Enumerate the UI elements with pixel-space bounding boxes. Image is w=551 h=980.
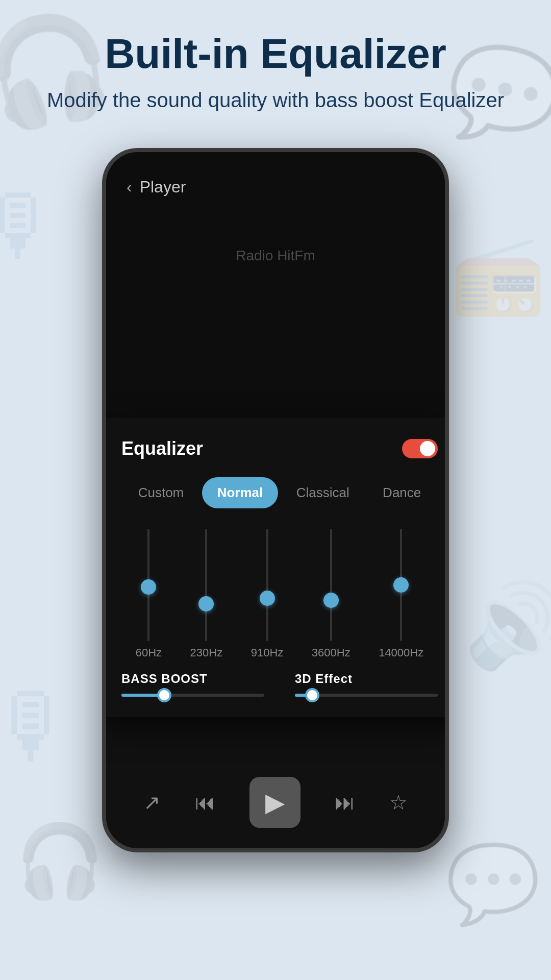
bass-boost-label: BASS BOOST — [121, 672, 264, 686]
radio-name: Radio HitFm — [106, 248, 445, 264]
effect-3d-label: 3D Effect — [295, 672, 438, 686]
bass-boost-track[interactable] — [121, 694, 264, 697]
eq-slider-14000hz[interactable]: 14000Hz — [379, 529, 423, 662]
effect-3d-track[interactable] — [295, 694, 438, 697]
player-header: ‹ Player — [106, 152, 445, 207]
slider-thumb-3600hz[interactable] — [323, 593, 339, 608]
favorite-button[interactable]: ☆ — [389, 791, 408, 814]
radio-info: Radio HitFm — [106, 248, 445, 264]
bass-boost-section: BASS BOOST — [121, 672, 264, 697]
equalizer-card: Equalizer Custom Normal Classical Dance — [102, 418, 449, 717]
preset-tabs: Custom Normal Classical Dance — [121, 477, 438, 508]
preset-tab-dance[interactable]: Dance — [367, 477, 436, 508]
play-icon: ▶ — [265, 788, 285, 817]
slider-label-3600hz: 3600Hz — [312, 646, 350, 659]
eq-slider-60hz[interactable]: 60Hz — [136, 529, 162, 662]
slider-label-14000hz: 14000Hz — [379, 646, 423, 659]
slider-thumb-230hz[interactable] — [198, 596, 214, 611]
eq-slider-910hz[interactable]: 910Hz — [251, 529, 284, 662]
subtitle: Modify the sound quality with bass boost… — [41, 87, 510, 113]
share-button[interactable]: ↗ — [143, 791, 161, 814]
slider-thumb-910hz[interactable] — [260, 591, 275, 606]
slider-track-230hz — [205, 529, 207, 641]
eq-slider-3600hz[interactable]: 3600Hz — [312, 529, 350, 662]
playback-controls: ↗ ⏮ ▶ ⏭ ☆ — [106, 767, 445, 848]
eq-sliders: 60Hz 230Hz 910Hz — [121, 529, 438, 662]
slider-thumb-14000hz[interactable] — [393, 577, 409, 593]
effects-row: BASS BOOST 3D Effect — [121, 672, 438, 697]
preset-tab-classical[interactable]: Classical — [281, 477, 365, 508]
phone-mockup: ‹ Player Radio HitFm Equalizer Custom No… — [102, 148, 449, 852]
slider-track-14000hz — [400, 529, 402, 641]
effect-3d-section: 3D Effect — [295, 672, 438, 697]
player-screen: ‹ Player Radio HitFm — [106, 152, 445, 428]
effect-3d-thumb[interactable] — [305, 688, 319, 702]
prev-button[interactable]: ⏮ — [195, 791, 215, 814]
main-title: Built-in Equalizer — [41, 31, 510, 77]
phone-body: ‹ Player Radio HitFm Equalizer Custom No… — [102, 148, 449, 852]
slider-track-3600hz — [330, 529, 332, 641]
slider-track-60hz — [147, 529, 149, 641]
preset-tab-normal[interactable]: Normal — [202, 477, 279, 508]
player-title-label: Player — [140, 178, 186, 197]
eq-slider-230hz[interactable]: 230Hz — [190, 529, 223, 662]
eq-title: Equalizer — [121, 438, 203, 459]
preset-tab-custom[interactable]: Custom — [123, 477, 199, 508]
back-button[interactable]: ‹ — [127, 178, 132, 197]
eq-toggle[interactable] — [402, 439, 438, 458]
toggle-knob — [420, 441, 435, 456]
slider-thumb-60hz[interactable] — [141, 579, 156, 595]
slider-label-230hz: 230Hz — [190, 646, 223, 659]
slider-label-60hz: 60Hz — [136, 646, 162, 659]
slider-label-910hz: 910Hz — [251, 646, 284, 659]
eq-header: Equalizer — [121, 438, 438, 459]
header-section: Built-in Equalizer Modify the sound qual… — [0, 0, 551, 129]
next-button[interactable]: ⏭ — [335, 791, 355, 814]
bass-boost-thumb[interactable] — [157, 688, 171, 702]
slider-track-910hz — [266, 529, 268, 641]
play-button[interactable]: ▶ — [249, 777, 300, 828]
